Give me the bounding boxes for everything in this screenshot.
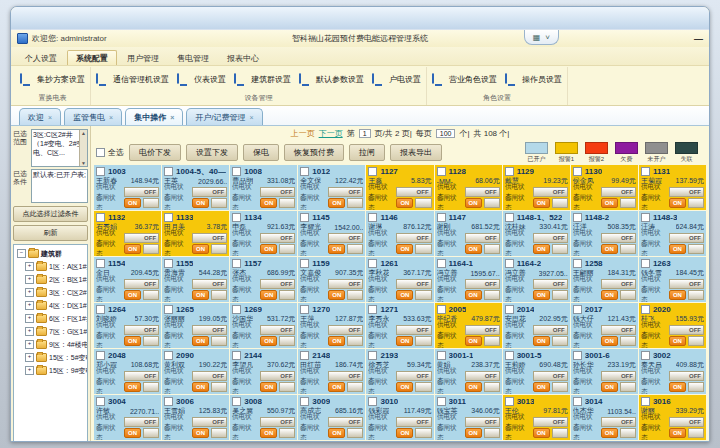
supply-off-toggle[interactable]: OFF [192, 233, 227, 243]
supply-off-toggle[interactable]: OFF [601, 417, 636, 427]
switch-on-toggle[interactable]: ON [260, 428, 277, 438]
switch-on-toggle[interactable]: ON [669, 336, 686, 346]
switch-on-toggle[interactable]: ON [669, 428, 686, 438]
expand-icon[interactable]: + [25, 353, 34, 362]
room-card[interactable]: 1146谢琳876.12元供电状态OFF合闸状态ON [366, 211, 433, 256]
switch-on-toggle[interactable]: ON [669, 244, 686, 254]
toolbar-button-2[interactable]: 设置下发 [186, 144, 238, 161]
switch-on-toggle[interactable]: ON [328, 198, 345, 208]
switch-on-toggle[interactable]: ON [192, 244, 209, 254]
expand-icon[interactable]: + [25, 288, 34, 297]
expand-icon[interactable]: + [25, 327, 34, 336]
card-checkbox[interactable] [437, 351, 446, 360]
card-checkbox[interactable] [232, 397, 241, 406]
room-card[interactable]: 1147谢刚681.52元供电状态OFF合闸状态ON [435, 211, 502, 256]
room-card[interactable]: 1264刘晓娇57.30元供电状态OFF合闸状态ON [94, 303, 161, 348]
supply-off-toggle[interactable]: OFF [465, 187, 500, 197]
switch-on-toggle[interactable]: ON [124, 198, 141, 208]
tab-3[interactable]: 集中操作× [125, 108, 183, 125]
room-card[interactable]: 1258王翩丽184.31元供电状态OFF合闸状态ON [571, 257, 638, 302]
room-card[interactable]: 3006王雪娟125.83元供电状态OFF合闸状态ON [162, 395, 229, 440]
tab-close-icon[interactable]: × [250, 114, 254, 121]
supply-off-toggle[interactable]: OFF [601, 187, 636, 197]
card-checkbox[interactable] [300, 305, 309, 314]
room-card[interactable]: 1145李耀光1542.00..供电状态OFF合闸状态ON [298, 211, 365, 256]
expand-icon[interactable]: + [25, 275, 34, 284]
switch-on-toggle[interactable]: ON [533, 290, 550, 300]
room-card[interactable]: 1269沙国华531.72元供电状态OFF合闸状态ON [230, 303, 297, 348]
card-checkbox[interactable] [232, 167, 241, 176]
room-card[interactable]: 1130侯金凤99.49元供电状态OFF合闸状态ON [571, 165, 638, 210]
card-checkbox[interactable] [300, 351, 309, 360]
switch-on-toggle[interactable]: ON [465, 428, 482, 438]
ribbon-button[interactable]: 仪表设置 [177, 74, 226, 86]
supply-off-toggle[interactable]: OFF [533, 325, 568, 335]
supply-off-toggle[interactable]: OFF [260, 325, 295, 335]
supply-off-toggle[interactable]: OFF [533, 279, 568, 289]
card-checkbox[interactable] [96, 213, 105, 222]
switch-on-toggle[interactable]: ON [533, 382, 550, 392]
minimize-button[interactable]: — [694, 34, 703, 44]
supply-off-toggle[interactable]: OFF [328, 325, 363, 335]
supply-off-toggle[interactable]: OFF [260, 279, 295, 289]
switch-on-toggle[interactable]: ON [260, 382, 277, 392]
card-checkbox[interactable] [505, 351, 514, 360]
supply-off-toggle[interactable]: OFF [533, 371, 568, 381]
switch-on-toggle[interactable]: ON [465, 290, 482, 300]
room-card[interactable]: 2005毕纪香479.87元供电状态OFF合闸状态ON [435, 303, 502, 348]
card-checkbox[interactable] [505, 167, 514, 176]
switch-on-toggle[interactable]: ON [465, 198, 482, 208]
supply-off-toggle[interactable]: OFF [260, 233, 295, 243]
tree-node[interactable]: +9区：4#楼电井（4#... [14, 338, 87, 351]
supply-off-toggle[interactable]: OFF [396, 233, 431, 243]
tree-node[interactable]: +7区：G区1#井 [14, 325, 87, 338]
switch-on-toggle[interactable]: ON [533, 244, 550, 254]
supply-off-toggle[interactable]: OFF [124, 279, 159, 289]
ribbon-button[interactable]: 营业角色设置 [432, 74, 497, 86]
room-card[interactable]: 3009高成志685.16元供电状态OFF合闸状态ON [298, 395, 365, 440]
card-checkbox[interactable] [437, 167, 446, 176]
switch-on-toggle[interactable]: ON [396, 198, 413, 208]
supply-off-toggle[interactable]: OFF [396, 187, 431, 197]
skin-selector-button[interactable]: ▦ ˅ [524, 30, 559, 45]
collapse-icon[interactable]: − [17, 249, 26, 258]
supply-off-toggle[interactable]: OFF [396, 279, 431, 289]
supply-off-toggle[interactable]: OFF [669, 325, 704, 335]
supply-off-toggle[interactable]: OFF [192, 279, 227, 289]
card-checkbox[interactable] [368, 305, 377, 314]
ribbon-button[interactable]: 通信管理机设置 [96, 74, 169, 86]
refresh-button[interactable]: 刷新 [13, 225, 88, 241]
supply-off-toggle[interactable]: OFF [669, 279, 704, 289]
room-card[interactable]: 1271李秀永533.63元供电状态OFF合闸状态ON [366, 303, 433, 348]
expand-icon[interactable]: + [25, 340, 34, 349]
switch-on-toggle[interactable]: ON [328, 244, 345, 254]
room-card[interactable]: 3010钱彩霞117.49元供电状态OFF合闸状态ON [366, 395, 433, 440]
room-card[interactable]: 1164-2冯立善3927.05..供电状态OFF合闸状态ON [503, 257, 570, 302]
switch-on-toggle[interactable]: ON [124, 428, 141, 438]
card-checkbox[interactable] [164, 167, 173, 176]
card-checkbox[interactable] [505, 213, 514, 222]
supply-off-toggle[interactable]: OFF [601, 371, 636, 381]
prev-page-link[interactable]: 上一页 [291, 128, 315, 139]
tree-node-root[interactable]: −建筑群 [14, 247, 87, 260]
menu-item-3[interactable]: 用户管理 [119, 51, 167, 65]
switch-on-toggle[interactable]: ON [260, 244, 277, 254]
room-card[interactable]: 1148-2汪洋508.35元供电状态OFF合闸状态ON [571, 211, 638, 256]
switch-on-toggle[interactable]: ON [124, 336, 141, 346]
card-checkbox[interactable] [232, 213, 241, 222]
room-card[interactable]: 2193徐秀芝59.34元供电状态OFF合闸状态ON [366, 349, 433, 394]
switch-on-toggle[interactable]: ON [192, 290, 209, 300]
room-card[interactable]: 1148-1、522沈桂妹330.41元供电状态OFF合闸状态ON [503, 211, 570, 256]
switch-on-toggle[interactable]: ON [328, 382, 345, 392]
switch-on-toggle[interactable]: ON [396, 290, 413, 300]
expand-icon[interactable]: + [25, 314, 34, 323]
tab-close-icon[interactable]: × [170, 114, 174, 121]
room-card[interactable]: 3004许敏2270.71..供电状态OFF合闸状态ON [94, 395, 161, 440]
card-checkbox[interactable] [96, 305, 105, 314]
card-checkbox[interactable] [300, 213, 309, 222]
expand-icon[interactable]: + [25, 366, 34, 375]
card-checkbox[interactable] [164, 305, 173, 314]
supply-off-toggle[interactable]: OFF [396, 325, 431, 335]
card-checkbox[interactable] [573, 305, 582, 314]
switch-on-toggle[interactable]: ON [601, 382, 618, 392]
